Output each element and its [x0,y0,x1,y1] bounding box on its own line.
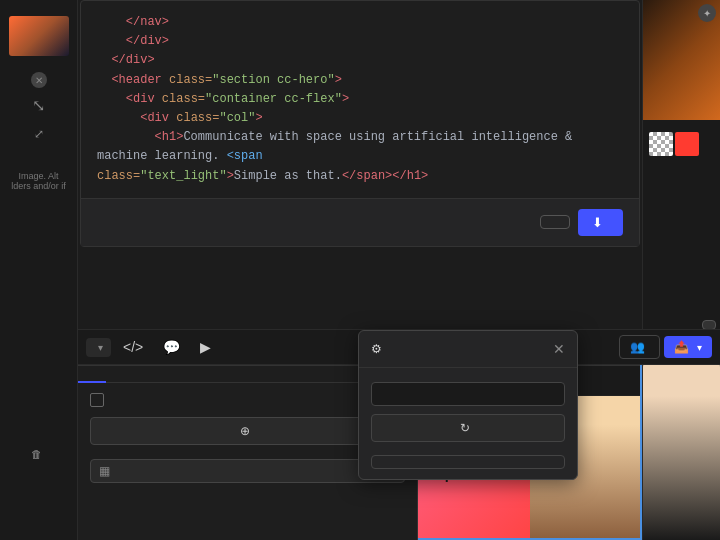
spline-title: ⚙ [371,342,388,356]
component-icon: ⊕ [240,424,250,438]
red-swatch [675,132,699,156]
person-image [643,360,720,540]
share-icon: 👥 [630,340,645,354]
code-button[interactable]: </> [115,335,151,359]
gear-icon: ⚙ [371,342,382,356]
delete-button[interactable]: 🗑 [0,448,77,460]
reload-spline-button[interactable]: ↻ [371,414,565,442]
resize-icon: ⤡ [32,96,45,115]
sidebar-close-button[interactable]: ✕ [31,72,47,88]
code-editor-panel: </nav> </div> </div> <header class="sect… [80,0,640,247]
spline-header: ⚙ ✕ [359,331,577,368]
tab-style[interactable] [78,366,106,382]
reload-icon: ↻ [460,421,470,435]
expand-icon: ⤢ [34,127,44,141]
comment-icon: 💬 [163,339,180,355]
checker-swatch [649,132,673,156]
right-sidebar-image: ✦ [643,0,720,120]
show-all-settings-button[interactable] [371,455,565,469]
sidebar-icons: ⤡ ⤢ [6,96,71,141]
code-line-6: <div class="col"> [97,109,623,128]
code-content: </nav> </div> </div> <header class="sect… [81,1,639,198]
code-line-7: <h1>Communicate with space using artific… [97,128,623,166]
code-icon: </> [123,339,143,355]
spline-content: ↻ [359,368,577,479]
spline-close-button[interactable]: ✕ [553,341,565,357]
cancel-button[interactable] [540,215,570,229]
publish-chevron-icon: ▾ [697,342,702,353]
mode-chevron-icon: ▾ [98,342,103,353]
play-button[interactable]: ▶ [192,335,219,359]
code-line-2: </div> [97,32,623,51]
code-line-1: </nav> [97,13,623,32]
code-line-5: <div class="container cc-flex"> [97,90,623,109]
publish-icon: 📤 [674,340,689,354]
download-zip-button[interactable]: ⬇ [578,209,623,236]
person-silhouette [643,360,720,540]
code-line-3: </div> [97,51,623,70]
share-button[interactable]: 👥 [619,335,660,359]
url-input[interactable] [371,382,565,406]
comment-button[interactable]: 💬 [155,335,188,359]
lgnumber-styles-label [90,393,110,407]
code-actions-bar: ⬇ [81,198,639,246]
tab-interactions[interactable] [134,366,162,382]
designing-dropdown[interactable]: ▾ [86,338,111,357]
spline-settings-panel: ⚙ ✕ ↻ [358,330,578,480]
contrast-swatches [643,128,720,160]
sidebar-filename [6,64,71,68]
lgnumber-checkbox[interactable] [90,393,104,407]
play-icon: ▶ [200,339,211,355]
pages-count [90,483,405,491]
code-line-4: <header class="section cc-hero"> [97,71,623,90]
delete-icon: 🗑 [31,448,42,460]
left-sidebar: ✕ ⤡ ⤢ Image. Altlders and/or if 🗑 [0,0,78,540]
selector-icon: ▦ [99,464,110,478]
code-line-8: class="text_light">Simple as that.</span… [97,167,623,186]
right-sidebar: ✦ [642,0,720,540]
publish-button[interactable]: 📤 ▾ [664,336,712,358]
tab-settings[interactable] [106,366,134,382]
color-pick-icon[interactable]: ✦ [698,4,716,22]
download-icon: ⬇ [592,215,603,230]
sidebar-label-3: Image. Altlders and/or if [6,169,71,193]
sidebar-image-thumbnail [9,16,69,56]
